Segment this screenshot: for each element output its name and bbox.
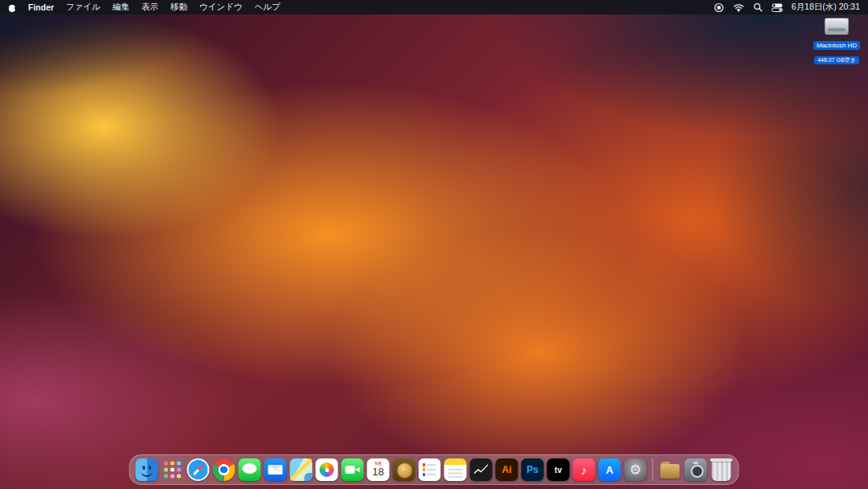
dock: 6月18AiPstv♪A⚙: [129, 454, 739, 485]
dock-camera-icon[interactable]: [685, 458, 707, 481]
dock-illustrator-icon[interactable]: Ai: [496, 458, 518, 481]
dock-downloads-icon[interactable]: [659, 458, 682, 481]
dock-mail-icon[interactable]: [264, 458, 287, 481]
menu-item-0[interactable]: ファイル: [66, 2, 100, 13]
dock-reminders-icon[interactable]: [419, 458, 441, 481]
menu-item-4[interactable]: ウインドウ: [199, 2, 243, 13]
dock-appstore-icon[interactable]: A: [599, 458, 621, 481]
screen-recording-stop-icon[interactable]: [714, 2, 724, 13]
dock-coin-icon[interactable]: [393, 458, 416, 481]
menu-item-5[interactable]: ヘルプ: [255, 2, 280, 13]
dock-tv-icon[interactable]: tv: [547, 458, 570, 481]
apple-menu-icon[interactable]: [8, 2, 16, 12]
dock-messages-icon[interactable]: [239, 458, 261, 481]
illustrator-glyph: Ai: [502, 464, 512, 475]
appstore-glyph: A: [606, 464, 613, 476]
dock-stocks-icon[interactable]: [470, 458, 493, 481]
volume-free-space-label: 448.07 GB空き: [814, 56, 859, 64]
dock-calendar-icon[interactable]: 6月18: [367, 458, 390, 481]
menu-bar-clock[interactable]: 6月18日(水) 20:31: [792, 2, 860, 13]
dock-music-icon[interactable]: ♪: [573, 458, 596, 481]
dock-photoshop-icon[interactable]: Ps: [522, 458, 544, 481]
settings-glyph: ⚙: [629, 463, 641, 477]
menu-item-1[interactable]: 編集: [113, 2, 129, 13]
dock-finder-icon[interactable]: [136, 458, 158, 481]
menu-item-2[interactable]: 表示: [141, 2, 158, 13]
music-glyph: ♪: [581, 464, 588, 476]
menu-bar: Finder ファイル編集表示移動ウインドウヘルプ: [0, 0, 868, 14]
dock-trash-icon[interactable]: [712, 458, 731, 481]
dock-separator: [653, 458, 653, 481]
app-menu-finder[interactable]: Finder: [28, 2, 54, 12]
desktop-volume-macintosh-hd[interactable]: Macintosh HD 448.07 GB空き: [810, 18, 863, 65]
menu-item-3[interactable]: 移動: [170, 2, 187, 13]
dock-maps-icon[interactable]: [290, 458, 313, 481]
dock-facetime-icon[interactable]: [342, 458, 364, 481]
wifi-icon[interactable]: [733, 2, 744, 13]
photoshop-glyph: Ps: [526, 464, 538, 475]
dock-settings-icon[interactable]: ⚙: [624, 458, 647, 481]
hard-drive-icon: [825, 18, 849, 35]
dock-safari-icon[interactable]: [187, 458, 210, 481]
calendar-glyph-2: 18: [372, 466, 383, 478]
control-center-icon[interactable]: [772, 2, 783, 13]
spotlight-search-icon[interactable]: [753, 2, 763, 13]
desktop-wallpaper[interactable]: Finder ファイル編集表示移動ウインドウヘルプ: [0, 0, 868, 489]
dock-photos-icon[interactable]: [316, 458, 338, 481]
dock-chrome-icon[interactable]: [213, 458, 235, 481]
dock-notes-icon[interactable]: [444, 458, 467, 481]
dock-launchpad-icon[interactable]: [162, 458, 184, 481]
menu-items: ファイル編集表示移動ウインドウヘルプ: [66, 2, 280, 13]
tv-glyph: tv: [555, 466, 562, 475]
volume-name-label: Macintosh HD: [813, 41, 860, 50]
